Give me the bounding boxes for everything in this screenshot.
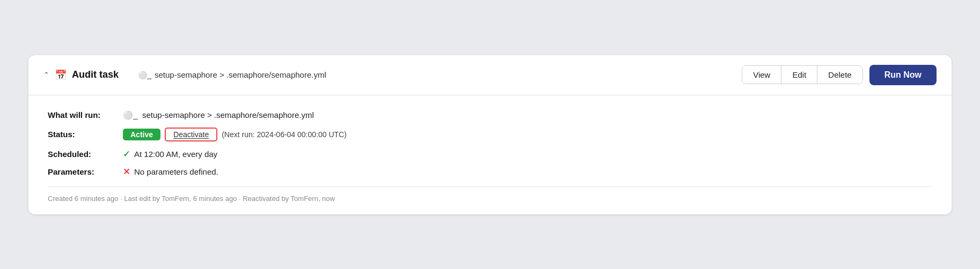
header-pipeline-path: setup-semaphore > .semaphore/semaphore.y… <box>155 70 326 79</box>
what-will-run-path: setup-semaphore > .semaphore/semaphore.y… <box>142 110 314 119</box>
status-row: Status: Active Deactivate (Next run: 202… <box>48 128 932 141</box>
collapse-icon[interactable]: ⌃ <box>43 71 49 79</box>
scheduled-row: Scheduled: ✓ At 12:00 AM, every day <box>48 149 932 159</box>
view-button[interactable]: View <box>742 66 781 84</box>
parameters-row: Parameters: ✕ No parameters defined. <box>48 167 932 177</box>
calendar-icon: 📅 <box>55 69 67 81</box>
status-label: Status: <box>48 130 123 139</box>
header-left: ⌃ 📅 Audit task <box>43 69 119 81</box>
parameters-text: No parameters defined. <box>134 167 218 176</box>
footer-meta: Created 6 minutes ago · Last edit by Tom… <box>48 186 932 203</box>
what-will-run-label: What will run: <box>48 110 123 119</box>
what-will-run-row: What will run: ⚪⎯ setup-semaphore > .sem… <box>48 110 932 120</box>
parameters-value: ✕ No parameters defined. <box>123 167 218 177</box>
x-icon: ✕ <box>123 167 130 177</box>
card-header: ⌃ 📅 Audit task ⚪⎯ setup-semaphore > .sem… <box>28 55 952 95</box>
branch-icon: ⚪⎯ <box>138 71 151 79</box>
audit-task-card: ⌃ 📅 Audit task ⚪⎯ setup-semaphore > .sem… <box>28 55 952 214</box>
page-title: Audit task <box>72 69 119 80</box>
action-button-group: View Edit Delete <box>742 65 862 84</box>
delete-button[interactable]: Delete <box>817 66 862 84</box>
footer-meta-text: Created 6 minutes ago · Last edit by Tom… <box>48 195 335 203</box>
parameters-label: Parameters: <box>48 167 123 176</box>
status-value: Active Deactivate (Next run: 2024-06-04 … <box>123 128 347 141</box>
scheduled-time: At 12:00 AM, every day <box>134 150 217 159</box>
next-run-text: (Next run: 2024-06-04 00:00:00 UTC) <box>222 130 347 139</box>
scheduled-value: ✓ At 12:00 AM, every day <box>123 149 217 159</box>
edit-button[interactable]: Edit <box>781 66 817 84</box>
check-icon: ✓ <box>123 149 130 159</box>
run-now-button[interactable]: Run Now <box>869 65 937 85</box>
scheduled-label: Scheduled: <box>48 150 123 159</box>
deactivate-button[interactable]: Deactivate <box>165 128 217 141</box>
active-badge: Active <box>123 129 160 140</box>
card-body: What will run: ⚪⎯ setup-semaphore > .sem… <box>28 95 952 214</box>
header-path: ⚪⎯ setup-semaphore > .semaphore/semaphor… <box>138 70 733 79</box>
header-actions: View Edit Delete Run Now <box>742 65 937 85</box>
what-will-run-branch-icon: ⚪⎯ <box>123 110 138 120</box>
what-will-run-value: ⚪⎯ setup-semaphore > .semaphore/semaphor… <box>123 110 314 120</box>
